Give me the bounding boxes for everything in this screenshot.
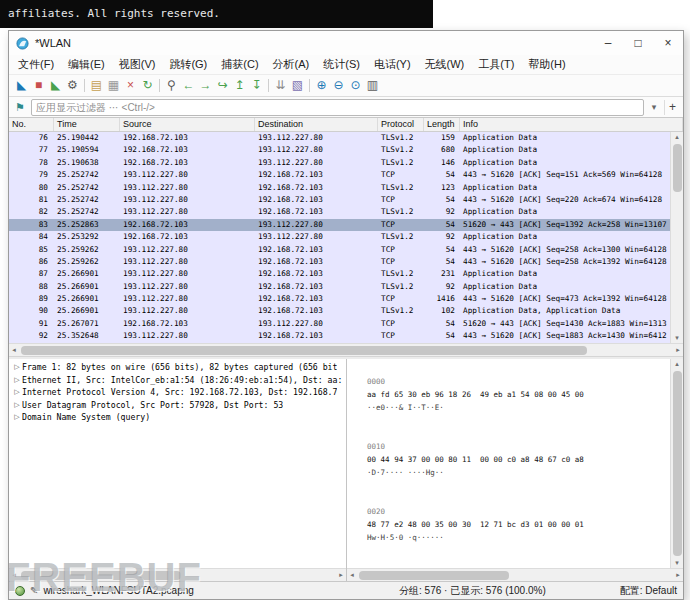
hex-dump-line[interactable]: 0010 00 44 94 37 00 00 80 11 00 00 c0 a8… bbox=[349, 427, 670, 492]
column-header-length[interactable]: Length bbox=[424, 118, 460, 131]
scroll-right-icon[interactable]: ▸ bbox=[673, 344, 683, 356]
packet-row[interactable]: 90 25.266901 193.112.227.80 192.168.72.1… bbox=[9, 305, 670, 317]
detail-tree-row[interactable]: ▷ Internet Protocol Version 4, Src: 192.… bbox=[12, 386, 346, 399]
menu-item-wireless[interactable]: 无线(W) bbox=[418, 55, 472, 74]
zoom-in-icon[interactable]: ⊕ bbox=[313, 77, 330, 94]
auto-scroll-icon[interactable]: ⇊ bbox=[272, 77, 289, 94]
close-file-icon[interactable]: × bbox=[122, 77, 139, 94]
hex-dump-line[interactable]: 0000 aa fd 65 30 eb 96 18 26 49 eb a1 54… bbox=[349, 362, 670, 427]
scroll-right-icon[interactable]: ▸ bbox=[673, 569, 683, 581]
column-header-destination[interactable]: Destination bbox=[255, 118, 378, 131]
packet-row[interactable]: 81 25.252742 193.112.227.80 192.168.72.1… bbox=[9, 194, 670, 206]
column-header-time[interactable]: Time bbox=[54, 118, 120, 131]
packet-list-hscrollbar-thumb[interactable] bbox=[21, 346, 587, 355]
start-capture-icon[interactable]: ◣ bbox=[13, 77, 30, 94]
maximize-button[interactable]: □ bbox=[623, 31, 653, 55]
expand-arrow-icon[interactable]: ▷ bbox=[12, 399, 22, 412]
minimize-button[interactable]: – bbox=[593, 31, 623, 55]
profile-selector[interactable]: 配置: Default bbox=[620, 584, 677, 598]
expand-arrow-icon[interactable]: ▷ bbox=[12, 374, 22, 387]
packet-row[interactable]: 83 25.252863 192.168.72.103 193.112.227.… bbox=[9, 219, 670, 231]
packet-source: 193.112.227.80 bbox=[120, 169, 255, 181]
menu-item-view[interactable]: 视图(V) bbox=[112, 55, 163, 74]
filter-dropdown-icon[interactable]: ▾ bbox=[647, 102, 661, 112]
open-file-icon[interactable]: ▤ bbox=[88, 77, 105, 94]
packet-list-vertical-scrollbar[interactable]: ▴ ▾ bbox=[670, 132, 683, 343]
packet-row[interactable]: 78 25.190638 192.168.72.103 193.112.227.… bbox=[9, 157, 670, 169]
packet-row[interactable]: 92 25.352648 193.112.227.80 192.168.72.1… bbox=[9, 330, 670, 342]
zoom-out-icon[interactable]: ⊖ bbox=[330, 77, 347, 94]
scroll-left-icon[interactable]: ◂ bbox=[9, 344, 19, 356]
hex-dump-line[interactable]: 0020 48 77 e2 48 00 35 00 30 12 71 bc d3… bbox=[349, 492, 670, 557]
packet-row[interactable]: 91 25.267071 192.168.72.103 193.112.227.… bbox=[9, 318, 670, 330]
stop-capture-icon[interactable]: ■ bbox=[30, 77, 47, 94]
find-packet-icon[interactable]: ⚲ bbox=[163, 77, 180, 94]
bytes-vscrollbar-thumb[interactable] bbox=[673, 371, 682, 556]
menu-item-help[interactable]: 帮助(H) bbox=[521, 55, 572, 74]
scroll-down-icon[interactable]: ▾ bbox=[671, 333, 683, 343]
menu-item-tools[interactable]: 工具(T) bbox=[471, 55, 521, 74]
detail-tree-row[interactable]: ▷ User Datagram Protocol, Src Port: 5792… bbox=[12, 399, 346, 412]
detail-tree-row[interactable]: ▷ Frame 1: 82 bytes on wire (656 bits), … bbox=[12, 361, 346, 374]
column-header-protocol[interactable]: Protocol bbox=[378, 118, 424, 131]
save-file-icon[interactable]: ▦ bbox=[105, 77, 122, 94]
packet-info: Application Data bbox=[460, 132, 670, 144]
zoom-100-icon[interactable]: ⊙ bbox=[347, 77, 364, 94]
menu-item-analyze[interactable]: 分析(A) bbox=[266, 55, 317, 74]
packet-row[interactable]: 86 25.259262 193.112.227.80 192.168.72.1… bbox=[9, 256, 670, 268]
packet-row[interactable]: 85 25.259262 193.112.227.80 192.168.72.1… bbox=[9, 244, 670, 256]
packet-list-horizontal-scrollbar[interactable]: ◂ ▸ bbox=[9, 343, 683, 356]
column-header-no[interactable]: No. bbox=[9, 118, 54, 131]
go-back-icon[interactable]: ← bbox=[180, 77, 197, 94]
column-header-info[interactable]: Info bbox=[460, 118, 683, 131]
scroll-up-icon[interactable]: ▴ bbox=[671, 359, 683, 369]
filter-bookmark-icon[interactable]: ⚑ bbox=[12, 101, 28, 114]
close-button[interactable]: × bbox=[653, 31, 683, 55]
scroll-up-icon[interactable]: ▴ bbox=[671, 132, 683, 142]
bytes-vertical-scrollbar[interactable]: ▴ ▾ bbox=[670, 359, 683, 568]
expand-arrow-icon[interactable]: ▷ bbox=[12, 411, 22, 424]
expand-arrow-icon[interactable]: ▷ bbox=[12, 386, 22, 399]
scroll-right-icon[interactable]: ▸ bbox=[336, 569, 346, 581]
menu-item-capture[interactable]: 捕获(C) bbox=[214, 55, 265, 74]
go-forward-icon[interactable]: → bbox=[197, 77, 214, 94]
menu-item-statistics[interactable]: 统计(S) bbox=[316, 55, 367, 74]
restart-capture-icon[interactable]: ◣ bbox=[47, 77, 64, 94]
toolbar-separator bbox=[159, 79, 160, 92]
scroll-down-icon[interactable]: ▾ bbox=[671, 558, 683, 568]
packet-row[interactable]: 80 25.252742 193.112.227.80 192.168.72.1… bbox=[9, 182, 670, 194]
scroll-left-icon[interactable]: ◂ bbox=[347, 569, 357, 581]
expand-arrow-icon[interactable]: ▷ bbox=[12, 361, 22, 374]
packet-row[interactable]: 87 25.266901 193.112.227.80 192.168.72.1… bbox=[9, 268, 670, 280]
colorize-icon[interactable]: ▧ bbox=[289, 77, 306, 94]
column-header-source[interactable]: Source bbox=[120, 118, 255, 131]
packet-row[interactable]: 88 25.266901 193.112.227.80 192.168.72.1… bbox=[9, 281, 670, 293]
menu-item-edit[interactable]: 编辑(E) bbox=[61, 55, 112, 74]
packet-info: Application Data, Application Data bbox=[460, 305, 670, 317]
menu-item-telephony[interactable]: 电话(Y) bbox=[367, 55, 418, 74]
bytes-hscrollbar-thumb[interactable] bbox=[359, 571, 509, 580]
bytes-horizontal-scrollbar[interactable]: ◂ ▸ bbox=[347, 568, 683, 581]
menu-item-go[interactable]: 跳转(G) bbox=[162, 55, 214, 74]
packet-row[interactable]: 82 25.252742 193.112.227.80 192.168.72.1… bbox=[9, 206, 670, 218]
display-filter-input[interactable] bbox=[31, 99, 644, 116]
packet-row[interactable]: 84 25.253292 192.168.72.103 193.112.227.… bbox=[9, 231, 670, 243]
detail-tree-row[interactable]: ▷ Ethernet II, Src: IntelCor_eb:a1:54 (1… bbox=[12, 374, 346, 387]
packet-no: 92 bbox=[9, 330, 54, 342]
go-last-icon[interactable]: ↧ bbox=[248, 77, 265, 94]
packet-row[interactable]: 76 25.190442 192.168.72.103 193.112.227.… bbox=[9, 132, 670, 144]
packet-row[interactable]: 77 25.190594 192.168.72.103 193.112.227.… bbox=[9, 144, 670, 156]
menu-item-file[interactable]: 文件(F) bbox=[11, 55, 61, 74]
go-first-icon[interactable]: ↥ bbox=[231, 77, 248, 94]
packet-row[interactable]: 89 25.266901 193.112.227.80 192.168.72.1… bbox=[9, 293, 670, 305]
capture-options-icon[interactable]: ⚙ bbox=[64, 77, 81, 94]
detail-tree-row[interactable]: ▷ Domain Name System (query) bbox=[12, 411, 346, 424]
packet-row[interactable]: 79 25.252742 193.112.227.80 192.168.72.1… bbox=[9, 169, 670, 181]
packet-list-vscrollbar-thumb[interactable] bbox=[673, 144, 682, 192]
resize-columns-icon[interactable]: ▥ bbox=[364, 77, 381, 94]
go-to-packet-icon[interactable]: ↪ bbox=[214, 77, 231, 94]
reload-icon[interactable]: ↻ bbox=[139, 77, 156, 94]
hex-dump-line[interactable]: 0030 00 00 00 00 00 00 08 68 2d 61 64 61… bbox=[349, 557, 670, 568]
add-filter-button[interactable]: + bbox=[664, 100, 680, 115]
freebuf-watermark: FREEBUF bbox=[6, 555, 202, 600]
